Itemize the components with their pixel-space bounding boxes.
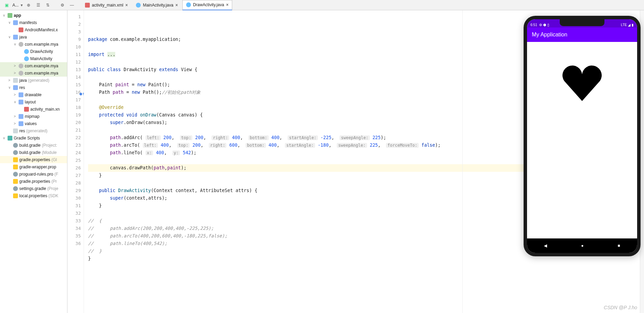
- dropdown-chevron-icon[interactable]: ▾: [21, 3, 23, 8]
- app-toolbar: My Application: [527, 27, 637, 42]
- gradle-icon: [13, 150, 18, 155]
- tree-item-build-gradle[interactable]: build.gradle (Module: [0, 149, 67, 156]
- java-file-icon: [186, 2, 191, 7]
- folder-icon: [19, 114, 23, 119]
- chevron-icon[interactable]: ∨: [14, 42, 18, 46]
- xml-file-icon: [85, 3, 90, 8]
- tree-item-com-example-mya[interactable]: >com.example.mya: [0, 69, 67, 77]
- tree-item-com-example-mya[interactable]: ∨com.example.mya: [0, 41, 67, 48]
- folder-icon: [13, 85, 18, 90]
- nav-home-icon[interactable]: ●: [581, 243, 583, 248]
- folder-icon: [19, 121, 23, 126]
- pkg-icon: [19, 64, 23, 68]
- javaf-icon: [24, 56, 29, 61]
- tree-item-build-gradle[interactable]: build.gradle (Project:: [0, 142, 67, 149]
- gear-icon[interactable]: ⚙: [58, 1, 66, 9]
- close-icon[interactable]: ×: [175, 3, 178, 8]
- close-icon[interactable]: ×: [125, 3, 128, 8]
- view-dropdown[interactable]: A...: [12, 3, 19, 8]
- chevron-icon[interactable]: >: [14, 122, 18, 125]
- props-icon: [13, 193, 18, 198]
- folder-gen-icon: [13, 78, 18, 83]
- tab-mainactivity-java[interactable]: MainActivity.java×: [132, 0, 182, 10]
- props-icon: [13, 179, 18, 184]
- folder-icon: [13, 20, 18, 25]
- tree-item-mainactivity[interactable]: MainActivity: [0, 55, 67, 62]
- chevron-icon[interactable]: ∨: [14, 100, 18, 104]
- tree-item-layout[interactable]: ∨layout: [0, 98, 67, 105]
- folder-icon: [19, 92, 23, 97]
- chevron-icon[interactable]: ∨: [3, 136, 7, 140]
- pkg-icon: [19, 71, 23, 76]
- xmlf-icon: [19, 27, 23, 32]
- project-sidebar[interactable]: ∨app∨manifestsAndroidManifest.x∨java∨com…: [0, 10, 67, 313]
- emulator-window[interactable]: 6:51 ⚙ ⬢ ▯ LTE ◢ ▮ My Application ◀ ● ■: [524, 16, 641, 256]
- tree-item-gradle-scripts[interactable]: ∨Gradle Scripts: [0, 134, 67, 142]
- tree-item-res[interactable]: ∨res: [0, 84, 67, 91]
- code-line-36[interactable]: [88, 262, 640, 270]
- tree-item-java[interactable]: >java (generated): [0, 77, 67, 84]
- status-network: LTE ◢ ▮: [621, 23, 634, 27]
- gradle-icon: [13, 143, 18, 148]
- right-margin-line: [462, 10, 463, 313]
- main-toolbar: ▣ A...▾ ⊕ ☰ ⇅ ⚙ — activity_main.xml×Main…: [0, 0, 644, 10]
- chevron-icon[interactable]: >: [14, 64, 18, 68]
- tree-item-res[interactable]: res (generated): [0, 127, 67, 134]
- nav-back-icon[interactable]: ◀: [544, 243, 547, 248]
- override-gutter-icon[interactable]: ●↑: [79, 90, 83, 93]
- chevron-icon[interactable]: >: [14, 71, 18, 75]
- xmlf-icon: [24, 107, 29, 112]
- chevron-icon[interactable]: >: [8, 78, 12, 82]
- line-gutter: 123910111213141516●↑17181920212223242526…: [67, 10, 84, 313]
- tree-item-local-properties[interactable]: local.properties (SDK: [0, 192, 67, 199]
- pkg-icon: [19, 42, 23, 47]
- tree-item-mipmap[interactable]: >mipmap: [0, 113, 67, 120]
- javaf-icon: [24, 49, 29, 54]
- android-icon: ▣: [3, 1, 10, 9]
- minimize-icon[interactable]: —: [68, 1, 76, 9]
- tree-item-drawable[interactable]: >drawable: [0, 91, 67, 98]
- chevron-icon[interactable]: ∨: [8, 86, 12, 89]
- status-time: 6:51: [530, 23, 537, 27]
- chevron-icon[interactable]: ∨: [3, 13, 7, 17]
- close-icon[interactable]: ×: [226, 2, 228, 7]
- tree-item-java[interactable]: ∨java: [0, 33, 67, 41]
- chevron-icon[interactable]: >: [14, 114, 18, 118]
- gradle-el-icon: [8, 136, 12, 141]
- tree-item-settings-gradle[interactable]: settings.gradle (Proje: [0, 185, 67, 192]
- props-icon: [13, 165, 18, 169]
- app-canvas: [527, 42, 637, 238]
- toolbar-target-icon[interactable]: ⊕: [25, 1, 32, 9]
- toolbar-sort-icon[interactable]: ⇅: [44, 1, 52, 9]
- android-navbar[interactable]: ◀ ● ■: [527, 238, 637, 253]
- editor-tabs: activity_main.xml×MainActivity.java×Draw…: [81, 0, 232, 10]
- folder-gen-icon: [13, 128, 18, 133]
- tree-item-gradle-properties[interactable]: gradle.properties (Pr: [0, 178, 67, 185]
- module-icon: [8, 13, 12, 18]
- tree-item-com-example-mya[interactable]: >com.example.mya: [0, 62, 67, 69]
- tab-drawactivity-java[interactable]: DrawActivity.java×: [182, 0, 232, 10]
- phone-notch: [560, 19, 604, 26]
- folder-icon: [13, 35, 18, 40]
- tree-item-manifests[interactable]: ∨manifests: [0, 19, 67, 26]
- tree-item-drawactivity[interactable]: DrawActivity: [0, 48, 67, 55]
- chevron-icon[interactable]: ∨: [8, 21, 12, 24]
- watermark-text: CSDN @P J.ho: [604, 305, 637, 310]
- tree-item-androidmanifest-x[interactable]: AndroidManifest.x: [0, 26, 67, 33]
- tree-item-app[interactable]: ∨app: [0, 12, 67, 19]
- tree-item-activity_main-xn[interactable]: activity_main.xn: [0, 105, 67, 113]
- tree-item-gradle-wrapper-prop[interactable]: gradle-wrapper.prop: [0, 163, 67, 170]
- tree-item-proguard-rules-pro[interactable]: proguard-rules.pro (F: [0, 170, 67, 178]
- java-file-icon: [136, 3, 141, 8]
- tree-item-gradle-properties[interactable]: gradle.properties (Gl: [0, 156, 67, 163]
- tab-activity_main-xml[interactable]: activity_main.xml×: [81, 0, 131, 10]
- gradle-icon: [13, 186, 18, 191]
- toolbar-collapse-icon[interactable]: ☰: [34, 1, 42, 9]
- app-title: My Application: [532, 32, 567, 38]
- chevron-icon[interactable]: >: [14, 93, 18, 97]
- nav-recent-icon[interactable]: ■: [618, 243, 620, 248]
- props-icon: [13, 157, 18, 162]
- tree-item-values[interactable]: >values: [0, 120, 67, 127]
- heart-shape-icon: [560, 63, 604, 105]
- chevron-icon[interactable]: ∨: [8, 35, 12, 39]
